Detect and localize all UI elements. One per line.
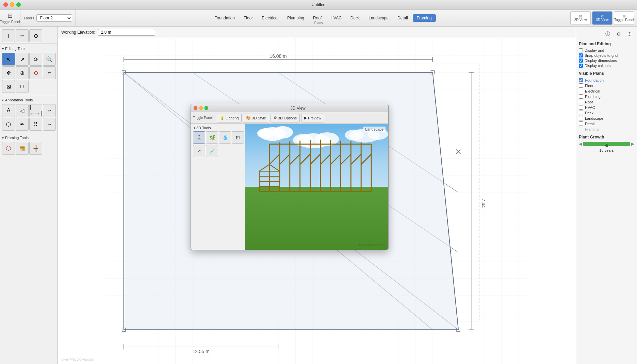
tool-arrow-anno[interactable]: →: [43, 118, 56, 131]
v3d-style-btn[interactable]: 🎨 3D Style: [243, 114, 269, 122]
floor-checkbox[interactable]: [579, 83, 583, 88]
plumbing-checkbox[interactable]: [579, 94, 583, 99]
plan-plumbing[interactable]: Plumbing: [579, 94, 634, 99]
tool-box[interactable]: □: [16, 80, 29, 93]
framing-tools-section[interactable]: Framing Tools: [0, 134, 58, 141]
editing-tools-section[interactable]: Editing Tools: [0, 45, 58, 52]
tool-circle-red[interactable]: ⊙: [29, 66, 42, 79]
view3d-body: 3D Tools 🚶 🌿 💧 ⊡ ↗ 💉: [191, 124, 388, 250]
v3d-tool-window[interactable]: ⊡: [232, 131, 244, 144]
plan-detail[interactable]: Detail: [579, 121, 634, 126]
menu-item-landscape[interactable]: Landscape: [364, 14, 393, 22]
plan-landscape-visible[interactable]: Landscape: [579, 116, 634, 120]
v3d-tool-person[interactable]: 🚶: [193, 131, 205, 144]
tool-measure[interactable]: |←→|: [29, 104, 42, 117]
info-icon[interactable]: ⓘ: [603, 29, 612, 39]
tool-post[interactable]: ╫: [29, 142, 42, 155]
tool-edit[interactable]: ✏: [16, 29, 29, 42]
plan-deck[interactable]: Deck: [579, 111, 634, 115]
plan-roof[interactable]: Roof: [579, 100, 634, 104]
menu-item-foundation[interactable]: Foundation: [210, 14, 239, 22]
tool-3d-toggle[interactable]: ⊕: [29, 29, 42, 42]
tool-polygon[interactable]: ◁: [16, 104, 29, 117]
menu-item-electrical[interactable]: Electrical: [258, 14, 282, 22]
plan-framing-visible[interactable]: Framing: [579, 127, 634, 131]
snap-objects-row[interactable]: Snap objects to grid: [579, 53, 634, 57]
detail-checkbox[interactable]: [579, 121, 583, 126]
2d-view-button[interactable]: ⊡ 2D View: [570, 11, 591, 25]
v3d-preview-btn[interactable]: ▶ Preview: [301, 114, 324, 122]
close-button[interactable]: [3, 2, 8, 7]
3d-view-button[interactable]: 👁 3D View: [592, 11, 612, 25]
display-callouts-row[interactable]: Display callouts: [579, 64, 634, 68]
menu-item-framing[interactable]: Framing: [413, 14, 436, 22]
tool-vertical-align[interactable]: ⊤: [2, 29, 15, 42]
tool-text-anno[interactable]: A: [2, 104, 15, 117]
tool-corner[interactable]: ⌐: [43, 66, 56, 79]
annotation-tools-section[interactable]: Annotation Tools: [0, 97, 58, 103]
tool-move[interactable]: ✥: [2, 66, 15, 79]
toggle-panel-button[interactable]: ⊞ Toggle Panel: [0, 10, 20, 27]
v3d-tools-title[interactable]: 3D Tools: [192, 125, 244, 131]
snap-objects-checkbox[interactable]: [579, 53, 583, 57]
hvac-checkbox[interactable]: [579, 105, 583, 110]
electrical-checkbox[interactable]: [579, 89, 583, 93]
landscape-checkbox[interactable]: [579, 116, 583, 120]
menu-item-roof[interactable]: Roof: [309, 14, 326, 22]
plan-floor[interactable]: Floor: [579, 83, 634, 88]
v3d-minimize[interactable]: [199, 106, 203, 110]
display-grid-checkbox[interactable]: [579, 48, 583, 52]
maximize-button[interactable]: [16, 2, 21, 7]
tool-cursor[interactable]: ↖: [2, 53, 15, 66]
tool-search[interactable]: 🔍: [43, 53, 56, 66]
v3d-maximize[interactable]: [205, 106, 208, 110]
slider-left-arrow[interactable]: ◀: [579, 142, 582, 146]
plan-hvac[interactable]: HVAC: [579, 105, 634, 110]
v3d-toggle-panel[interactable]: Toggle Panel: [193, 116, 213, 120]
tool-deck[interactable]: ▦: [16, 142, 29, 155]
menu-item-floor[interactable]: Floor: [240, 14, 257, 22]
roof-checkbox[interactable]: [579, 100, 583, 104]
menu-item-plumbing[interactable]: Plumbing: [283, 14, 308, 22]
working-elevation-input[interactable]: [98, 29, 155, 36]
menu-item-deck[interactable]: Deck: [346, 14, 364, 22]
v3d-tool-water[interactable]: 💧: [219, 131, 231, 144]
clock-icon[interactable]: ⏱: [625, 29, 634, 39]
display-callouts-checkbox[interactable]: [579, 64, 583, 68]
tool-dimension[interactable]: ↔: [43, 104, 56, 117]
traffic-lights[interactable]: [3, 2, 21, 7]
tool-refresh[interactable]: ⟳: [29, 53, 42, 66]
deck-checkbox[interactable]: [579, 111, 583, 115]
menu-item-hvac[interactable]: HVAC: [326, 14, 345, 22]
plan-electrical[interactable]: Electrical: [579, 89, 634, 93]
v3d-tool-landscape[interactable]: 🌿: [206, 131, 218, 144]
v3d-tool-arrow[interactable]: ↗: [193, 145, 205, 157]
v3d-lighting-btn[interactable]: 💡 Lighting: [217, 114, 242, 122]
tool-transform[interactable]: ⊠: [2, 80, 15, 93]
plant-slider-thumb[interactable]: [605, 144, 608, 147]
plan-foundation[interactable]: Foundation: [579, 78, 634, 82]
v3d-traffic-lights[interactable]: [194, 106, 208, 110]
plant-slider[interactable]: [583, 142, 630, 146]
right-toggle-panel-button[interactable]: ⊞ Toggle Panel: [614, 11, 634, 25]
minimize-button[interactable]: [10, 2, 14, 7]
floor-select[interactable]: Floor 2 Floor 1 Ground Floor Basement: [36, 14, 72, 22]
tool-dots[interactable]: ⠿: [29, 118, 42, 131]
menu-item-detail[interactable]: Detail: [393, 14, 412, 22]
display-grid-row[interactable]: Display grid: [579, 48, 634, 52]
tool-shape[interactable]: ⬡: [2, 118, 15, 131]
tool-freehand[interactable]: ✒: [16, 118, 29, 131]
v3d-tool-dropper[interactable]: 💉: [206, 145, 218, 157]
foundation-checkbox[interactable]: [579, 78, 583, 82]
tool-add[interactable]: ⊕: [16, 66, 29, 79]
v3d-viewport[interactable]: Landscape www.MacZ.com: [245, 124, 388, 250]
settings-icon[interactable]: ⚙: [614, 29, 623, 39]
tool-beam[interactable]: ⬡: [2, 142, 15, 155]
display-dimensions-checkbox[interactable]: [579, 59, 583, 63]
v3d-options-btn[interactable]: ⚙ 3D Options: [271, 114, 300, 122]
framing-visible-checkbox[interactable]: [579, 127, 583, 131]
v3d-close[interactable]: [194, 106, 197, 110]
tool-arrow[interactable]: ↗: [16, 53, 29, 66]
slider-right-arrow[interactable]: ▶: [631, 142, 634, 146]
display-dimensions-row[interactable]: Display dimensions: [579, 59, 634, 63]
